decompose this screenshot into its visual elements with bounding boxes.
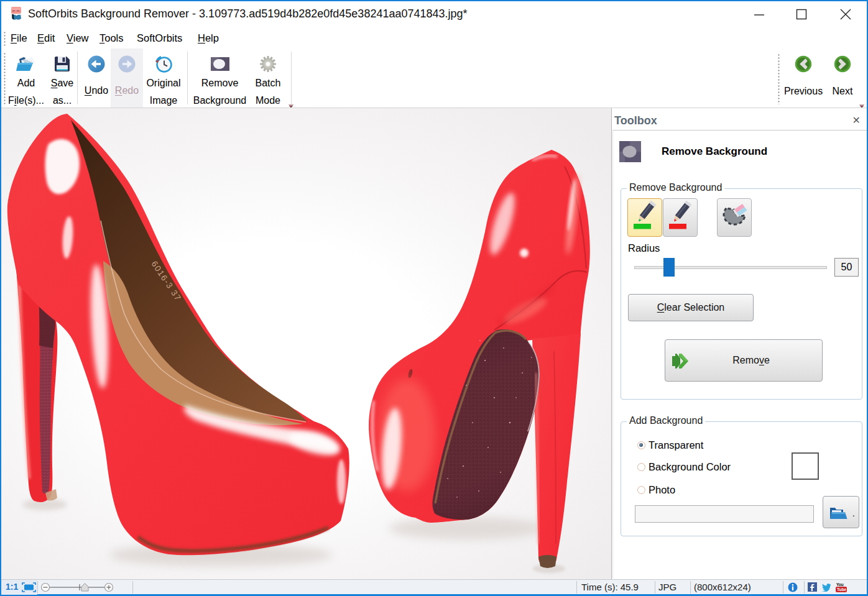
svg-text:Tube: Tube bbox=[837, 587, 846, 592]
svg-text:You: You bbox=[836, 582, 844, 587]
